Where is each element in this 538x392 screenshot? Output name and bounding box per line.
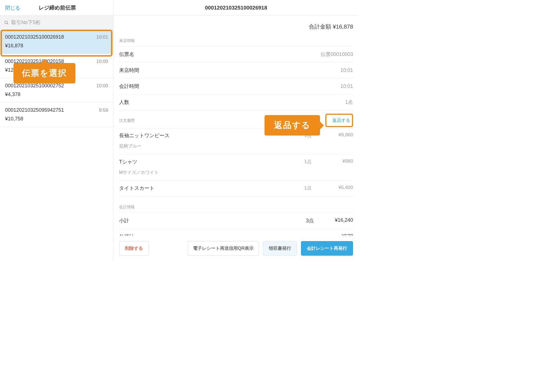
order-item-price: ¥980 xyxy=(314,158,353,164)
transaction-item[interactable]: 000120210325095942751 9:59 ¥10,758 xyxy=(0,103,113,127)
subtotal-label: 小計 xyxy=(119,217,286,224)
transaction-amount: ¥16,878 xyxy=(5,43,108,49)
sidebar: 閉じる レジ締め前伝票 000120210325100026918 10:01 … xyxy=(0,0,113,261)
return-button[interactable]: 返品する xyxy=(330,116,353,125)
total-line: 合計金額 ¥16,878 xyxy=(119,16,353,37)
annotation-callout-select-slip: 伝票を選択 xyxy=(13,63,75,83)
row-guests: 人数 1名 xyxy=(119,94,353,110)
row-slip-name: 伝票名 伝票00010003 xyxy=(119,46,353,62)
order-item-qty: 1点 xyxy=(284,185,312,191)
row-tax: 外税計 ¥638 xyxy=(119,228,353,235)
slip-name-label: 伝票名 xyxy=(119,51,134,58)
order-item-name: 長袖ニットワンピース xyxy=(119,132,281,139)
footer-actions: 削除する 電子レシート再送信用QR表示 領収書発行 会計レシート再発行 xyxy=(113,235,359,261)
tax-amount: ¥638 xyxy=(314,233,353,235)
app-root: 閉じる レジ締め前伝票 000120210325100026918 10:01 … xyxy=(0,0,359,261)
order-history-section: 注文履歴 返品する 長袖ニットワンピース 1点 ¥9,860 花柄ブルー Tシャ… xyxy=(119,116,353,197)
order-item-variant: Mサイズ／ホワイト xyxy=(119,170,353,176)
sidebar-header: 閉じる レジ締め前伝票 xyxy=(0,0,113,16)
total-label: 合計金額 xyxy=(309,24,331,30)
svg-line-1 xyxy=(7,23,8,24)
subtotal-qty: 3点 xyxy=(286,217,314,224)
row-checkout-time: 会計時間 10:01 xyxy=(119,78,353,94)
svg-point-0 xyxy=(5,21,8,24)
checkout-time-label: 会計時間 xyxy=(119,83,139,90)
order-item-name: Tシャツ xyxy=(119,158,281,165)
detail-body: 合計金額 ¥16,878 来店情報 伝票名 伝票00010003 来店時間 10… xyxy=(113,16,359,235)
order-item-variant: 花柄ブルー xyxy=(119,143,353,149)
reprint-receipt-button[interactable]: 会計レシート再発行 xyxy=(301,241,353,256)
e-receipt-qr-button[interactable]: 電子レシート再送信用QR表示 xyxy=(188,241,259,256)
search-bar[interactable] xyxy=(0,16,113,30)
transaction-id: 000120210325100026918 xyxy=(5,34,64,40)
transaction-amount: ¥4,378 xyxy=(5,92,108,97)
transaction-time: 10:00 xyxy=(96,83,108,89)
sidebar-title: レジ締め前伝票 xyxy=(6,4,108,11)
annotation-callout-return: 返品する xyxy=(265,115,320,136)
detail-header-id: 000120210325100026918 xyxy=(205,5,267,11)
account-info-section-label: 会計情報 xyxy=(119,203,353,213)
order-item: Tシャツ 1点 ¥980 Mサイズ／ホワイト xyxy=(119,154,353,181)
visit-time-label: 来店時間 xyxy=(119,67,139,74)
total-value: ¥16,878 xyxy=(333,24,353,30)
transaction-time: 10:00 xyxy=(96,59,108,64)
row-subtotal: 小計 3点 ¥16,240 xyxy=(119,213,353,228)
order-item: タイトスカート 1点 ¥5,400 xyxy=(119,181,353,197)
order-item-price: ¥5,400 xyxy=(314,185,353,190)
order-item-name: タイトスカート xyxy=(119,185,281,192)
transaction-id: 000120210325100002752 xyxy=(5,83,64,89)
transaction-amount: ¥10,758 xyxy=(5,116,108,122)
order-history-section-label: 注文履歴 xyxy=(119,118,135,123)
row-visit-time: 来店時間 10:01 xyxy=(119,62,353,78)
visit-info-section-label: 来店情報 xyxy=(119,37,353,46)
main-panel: 000120210325100026918 合計金額 ¥16,878 来店情報 … xyxy=(113,0,359,261)
transaction-item[interactable]: 000120210325100026918 10:01 ¥16,878 xyxy=(0,30,113,54)
visit-time-value: 10:01 xyxy=(340,67,353,73)
issue-receipt-button[interactable]: 領収書発行 xyxy=(263,241,297,256)
guests-value: 1名 xyxy=(345,99,353,106)
order-item-qty: 1点 xyxy=(284,158,312,165)
transaction-time: 9:59 xyxy=(99,108,108,113)
subtotal-amount: ¥16,240 xyxy=(314,217,353,224)
slip-name-value: 伝票00010003 xyxy=(321,51,353,58)
transaction-time: 10:01 xyxy=(96,34,108,40)
search-input[interactable] xyxy=(11,20,109,25)
checkout-time-value: 10:01 xyxy=(340,83,353,89)
delete-button[interactable]: 削除する xyxy=(119,241,149,256)
tax-label: 外税計 xyxy=(119,233,286,235)
search-icon xyxy=(4,20,9,25)
account-info-section: 会計情報 小計 3点 ¥16,240 外税計 ¥638 xyxy=(119,203,353,235)
transaction-id: 000120210325095942751 xyxy=(5,107,64,113)
detail-header: 000120210325100026918 xyxy=(113,0,359,16)
guests-label: 人数 xyxy=(119,99,129,106)
